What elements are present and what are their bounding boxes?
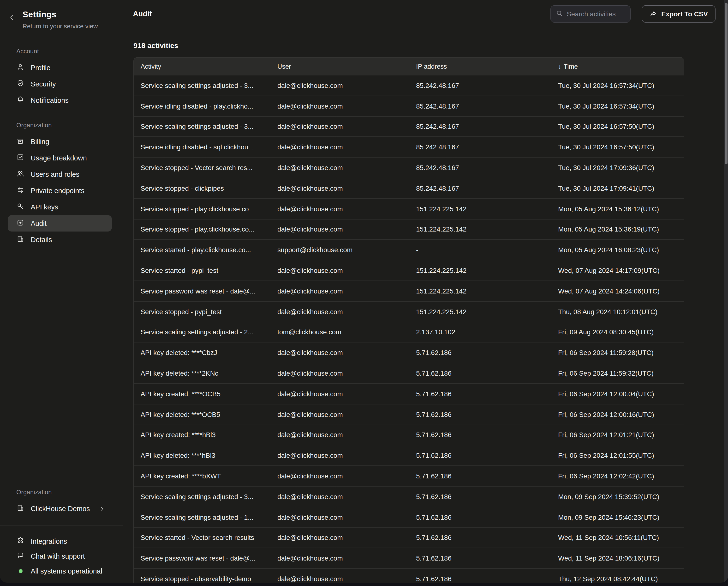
ip-cell: 5.71.62.186: [409, 431, 551, 439]
table-row: Service scaling settings adjusted - 1...…: [134, 507, 684, 527]
sidebar-item-label: Private endpoints: [31, 187, 84, 195]
sidebar-item-label: Users and roles: [31, 171, 79, 178]
sidebar-item-audit[interactable]: Audit: [8, 215, 112, 231]
table-row: Service started - play.clickhouse.co... …: [134, 240, 684, 260]
ip-cell: 5.71.62.186: [409, 534, 551, 542]
user-cell: dale@clickhouse.com: [271, 390, 409, 398]
ip-cell: 151.224.225.142: [409, 308, 551, 315]
table-row: Service started - pypi_test dale@clickho…: [134, 260, 684, 280]
ip-cell: 151.224.225.142: [409, 287, 551, 295]
building-icon: [16, 235, 24, 244]
sidebar-item-integrations[interactable]: Integrations: [8, 534, 112, 548]
chat-bubble-icon: [16, 551, 24, 561]
column-header-user: User: [271, 63, 409, 70]
sidebar-item-usage-breakdown[interactable]: Usage breakdown: [8, 150, 112, 166]
sidebar-item-billing[interactable]: Billing: [8, 133, 112, 150]
user-cell: dale@clickhouse.com: [271, 225, 409, 233]
return-to-service-link[interactable]: Return to your service view: [23, 23, 123, 30]
organization-switcher[interactable]: ClickHouse Demos: [8, 500, 112, 517]
ip-cell: 85.242.48.167: [409, 164, 551, 171]
export-to-csv-button[interactable]: Export To CSV: [642, 5, 716, 23]
activity-cell: API key created: ****hBl3: [134, 431, 271, 439]
time-cell: Tue, 30 Jul 2024 17:09:41(UTC): [551, 185, 685, 192]
search-icon: [556, 9, 563, 19]
user-cell: dale@clickhouse.com: [271, 554, 409, 562]
activity-cell: Service stopped - Vector search res...: [134, 164, 271, 171]
table-row: Service scaling settings adjusted - 2...…: [134, 322, 684, 342]
ip-cell: 5.71.62.186: [409, 575, 551, 583]
sidebar-bottom: Organization ClickHouse Demos Integratio…: [0, 475, 123, 583]
table-row: Service stopped - observability-demo dal…: [134, 568, 684, 583]
back-chevron-icon[interactable]: [8, 14, 16, 22]
sidebar-item-users-and-roles[interactable]: Users and roles: [8, 166, 112, 182]
ip-cell: 5.71.62.186: [409, 349, 551, 357]
sidebar-item-details[interactable]: Details: [8, 231, 112, 248]
search-activities-box[interactable]: [550, 5, 630, 23]
user-cell: dale@clickhouse.com: [271, 308, 409, 315]
users-icon: [16, 170, 24, 179]
time-cell: Fri, 06 Sep 2024 12:01:55(UTC): [551, 451, 685, 459]
time-cell: Fri, 09 Aug 2024 08:30:45(UTC): [551, 328, 685, 336]
activity-cell: Service stopped - play.clickhouse.co...: [134, 225, 271, 233]
user-cell: dale@clickhouse.com: [271, 349, 409, 357]
audit-content: 918 activities Activity User IP address …: [123, 28, 728, 583]
sidebar-item-chat-with-support[interactable]: Chat with support: [8, 548, 112, 563]
audit-main: Audit Export To CSV 918 activities Activ…: [123, 0, 728, 583]
ip-cell: 85.242.48.167: [409, 82, 551, 89]
user-cell: support@clickhouse.com: [271, 246, 409, 254]
activity-cell: Service scaling settings adjusted - 3...: [134, 123, 271, 130]
system-status[interactable]: All systems operational: [8, 563, 112, 578]
user-cell: dale@clickhouse.com: [271, 493, 409, 500]
activity-cell: Service started - pypi_test: [134, 267, 271, 274]
activity-cell: Service stopped - clickpipes: [134, 185, 271, 192]
table-row: Service stopped - clickpipes dale@clickh…: [134, 178, 684, 198]
activity-cell: API key deleted: ****OCB5: [134, 411, 271, 418]
sidebar-item-security[interactable]: Security: [8, 76, 112, 92]
time-cell: Mon, 05 Aug 2024 16:08:23(UTC): [551, 246, 685, 254]
sidebar-item-label: Details: [31, 236, 52, 244]
settings-app: Settings Return to your service view Acc…: [0, 0, 728, 583]
sidebar-item-api-keys[interactable]: API keys: [8, 199, 112, 215]
time-cell: Fri, 06 Sep 2024 11:59:32(UTC): [551, 369, 685, 377]
table-row: API key deleted: ****OCB5 dale@clickhous…: [134, 404, 684, 424]
user-cell: dale@clickhouse.com: [271, 575, 409, 583]
table-row: Service stopped - play.clickhouse.co... …: [134, 198, 684, 219]
sidebar-item-notifications[interactable]: Notifications: [8, 92, 112, 108]
column-header-activity: Activity: [134, 63, 271, 70]
ip-cell: 85.242.48.167: [409, 143, 551, 151]
time-cell: Tue, 30 Jul 2024 16:57:34(UTC): [551, 102, 685, 110]
time-cell: Wed, 07 Aug 2024 14:17:09(UTC): [551, 267, 685, 274]
table-row: Service scaling settings adjusted - 3...…: [134, 486, 684, 507]
sidebar-item-profile[interactable]: Profile: [8, 59, 112, 76]
ip-cell: 151.224.225.142: [409, 267, 551, 274]
audit-table: Activity User IP address ↓Time Service s…: [133, 57, 684, 583]
time-cell: Thu, 08 Aug 2024 10:12:01(UTC): [551, 308, 685, 315]
audit-table-body: Service scaling settings adjusted - 3...…: [134, 75, 684, 583]
activity-cell: Service scaling settings adjusted - 1...: [134, 513, 271, 521]
user-cell: dale@clickhouse.com: [271, 185, 409, 192]
arrows-swap-icon: [16, 186, 24, 195]
user-cell: dale@clickhouse.com: [271, 82, 409, 89]
table-row: Service scaling settings adjusted - 3...…: [134, 116, 684, 137]
sidebar-item-label: Integrations: [31, 537, 67, 545]
scrollbar-thumb[interactable]: [725, 3, 727, 164]
ip-cell: 151.224.225.142: [409, 225, 551, 233]
organization-name: ClickHouse Demos: [31, 505, 90, 513]
table-row: Service idling disabled - play.clickho..…: [134, 96, 684, 116]
time-cell: Fri, 06 Sep 2024 11:59:28(UTC): [551, 349, 685, 357]
activity-cell: Service stopped - play.clickhouse.co...: [134, 205, 271, 213]
ip-cell: -: [409, 246, 551, 254]
ip-cell: 5.71.62.186: [409, 451, 551, 459]
user-cell: dale@clickhouse.com: [271, 102, 409, 110]
sidebar-item-private-endpoints[interactable]: Private endpoints: [8, 182, 112, 199]
activity-cell: Service scaling settings adjusted - 3...: [134, 493, 271, 500]
time-cell: Mon, 09 Sep 2024 15:46:23(UTC): [551, 513, 685, 521]
search-input[interactable]: [567, 10, 625, 18]
table-row: API key deleted: ****hBl3 dale@clickhous…: [134, 445, 684, 466]
table-row: API key deleted: ****CbzJ dale@clickhous…: [134, 342, 684, 363]
time-cell: Fri, 06 Sep 2024 12:01:21(UTC): [551, 431, 685, 439]
table-row: Service stopped - play.clickhouse.co... …: [134, 219, 684, 240]
column-header-time[interactable]: ↓Time: [551, 63, 685, 70]
user-cell: dale@clickhouse.com: [271, 143, 409, 151]
export-icon: [649, 9, 657, 19]
